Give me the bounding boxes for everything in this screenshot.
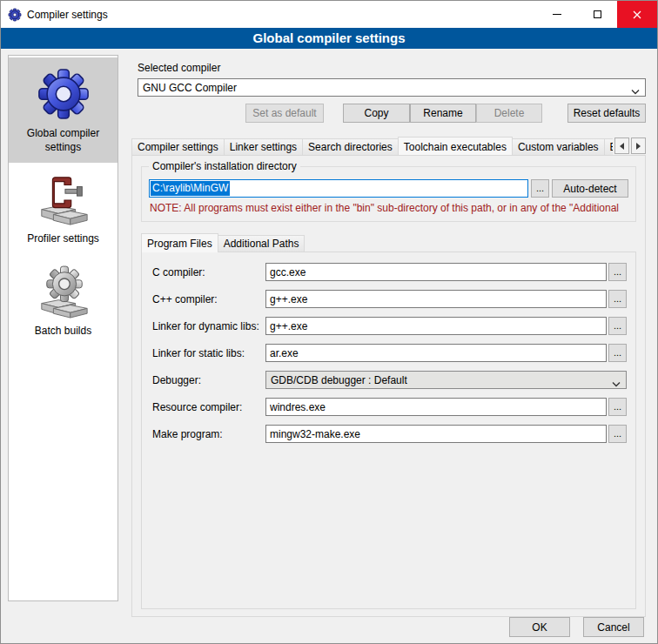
installation-directory-group: Compiler's installation directory C:\ray… <box>141 166 636 222</box>
form-row-make-program: Make program:... <box>152 425 627 443</box>
chevron-down-icon <box>612 378 621 390</box>
sidebar-item-batch-builds[interactable]: Batch builds <box>9 255 118 347</box>
maximize-button[interactable] <box>577 1 617 28</box>
installation-directory-input[interactable]: C:\raylib\MinGW <box>149 179 528 198</box>
tab-scroll-right-button[interactable] <box>631 138 646 154</box>
main-panel: Selected compiler GNU GCC Compiler Set a… <box>127 55 652 617</box>
sidebar-item-global-compiler-settings[interactable]: Global compiler settings <box>9 57 118 163</box>
c-compiler-input[interactable] <box>265 263 607 281</box>
field-label-linker-dynamic: Linker for dynamic libs: <box>152 320 265 332</box>
tab-scroll-controls <box>613 138 646 154</box>
sidebar-item-profiler-settings[interactable]: Profiler settings <box>9 163 118 255</box>
form-row-debugger: Debugger:GDB/CDB debugger : Default <box>152 371 627 389</box>
make-program-browse-button[interactable]: ... <box>608 425 627 443</box>
program-files-panel: C compiler:...C++ compiler:...Linker for… <box>141 252 636 609</box>
debugger-combobox[interactable]: GDB/CDB debugger : Default <box>265 371 627 389</box>
cpp-compiler-browse-button[interactable]: ... <box>608 290 627 308</box>
tab-scroll-left-button[interactable] <box>614 138 629 154</box>
selected-compiler-value: GNU GCC Compiler <box>143 82 237 94</box>
tabs-strip: Compiler settingsLinker settingsSearch d… <box>131 136 613 155</box>
auto-detect-button[interactable]: Auto-detect <box>552 179 628 198</box>
form-row-linker-dynamic: Linker for dynamic libs:... <box>152 317 627 335</box>
installation-directory-selected-text: C:\raylib\MinGW <box>151 181 230 196</box>
cancel-button[interactable]: Cancel <box>583 617 644 637</box>
minimize-button[interactable] <box>537 1 577 28</box>
maximize-icon <box>594 10 601 18</box>
sidebar: Global compiler settings Profiler settin… <box>8 55 118 601</box>
subtab-bar: Program FilesAdditional Paths <box>141 232 639 252</box>
form-row-resource-compiler: Resource compiler:... <box>152 398 627 416</box>
selected-compiler-combobox[interactable]: GNU GCC Compiler <box>138 78 646 97</box>
tab-custom-variables[interactable]: Custom variables <box>512 138 605 155</box>
toolchain-form: C compiler:...C++ compiler:...Linker for… <box>152 263 627 443</box>
compiler-settings-window: Compiler settings Global compiler settin… <box>0 0 658 644</box>
sidebar-item-label: Batch builds <box>35 325 91 339</box>
close-button[interactable] <box>617 1 657 28</box>
copy-button[interactable]: Copy <box>343 104 410 123</box>
minimize-icon <box>553 14 561 15</box>
form-row-linker-static: Linker for static libs:... <box>152 344 627 362</box>
installation-note: NOTE: All programs must exist either in … <box>150 202 628 214</box>
rename-button[interactable]: Rename <box>410 104 476 123</box>
tab-search-directories[interactable]: Search directories <box>302 138 399 155</box>
resource-compiler-browse-button[interactable]: ... <box>608 398 627 416</box>
field-label-linker-static: Linker for static libs: <box>152 347 265 359</box>
tab-bar: Compiler settingsLinker settingsSearch d… <box>131 136 646 155</box>
field-label-make-program: Make program: <box>152 428 265 440</box>
sidebar-item-label: Profiler settings <box>27 232 99 246</box>
resource-compiler-input[interactable] <box>265 398 607 416</box>
c-compiler-browse-button[interactable]: ... <box>608 263 627 281</box>
tab-build-options[interactable]: Buil <box>604 138 613 155</box>
field-label-c-compiler: C compiler: <box>152 266 265 278</box>
toolchain-executables-panel: Compiler's installation directory C:\ray… <box>131 155 646 617</box>
titlebar: Compiler settings <box>1 1 657 28</box>
reset-defaults-button[interactable]: Reset defaults <box>567 104 646 123</box>
app-icon <box>8 8 22 22</box>
compiler-button-row: Set as defaultCopyRenameDeleteReset defa… <box>127 104 652 123</box>
subtab-additional-paths[interactable]: Additional Paths <box>218 235 306 252</box>
form-row-c-compiler: C compiler:... <box>152 263 627 281</box>
form-row-cpp-compiler: C++ compiler:... <box>152 290 627 308</box>
chevron-down-icon <box>631 85 640 97</box>
installation-directory-browse-button[interactable]: ... <box>531 179 549 198</box>
gray-gear-bricks-icon <box>37 265 91 319</box>
linker-dynamic-input[interactable] <box>265 317 607 335</box>
tab-compiler-settings[interactable]: Compiler settings <box>131 138 225 155</box>
linker-dynamic-browse-button[interactable]: ... <box>608 317 627 335</box>
installation-directory-row: C:\raylib\MinGW ... Auto-detect <box>149 179 628 198</box>
debugger-selected-value: GDB/CDB debugger : Default <box>271 374 407 386</box>
tab-linker-settings[interactable]: Linker settings <box>224 138 303 155</box>
field-label-cpp-compiler: C++ compiler: <box>152 293 265 305</box>
delete-button: Delete <box>476 104 542 123</box>
linker-static-browse-button[interactable]: ... <box>608 344 627 362</box>
installation-directory-group-title: Compiler's installation directory <box>149 160 300 172</box>
profiler-clamp-icon <box>37 172 91 226</box>
subtab-program-files[interactable]: Program Files <box>141 233 218 252</box>
field-label-resource-compiler: Resource compiler: <box>152 401 265 413</box>
ok-button[interactable]: OK <box>509 617 570 637</box>
linker-static-input[interactable] <box>265 344 607 362</box>
page-title: Global compiler settings <box>1 28 657 49</box>
selected-compiler-label: Selected compiler <box>138 62 652 74</box>
blue-gear-icon <box>37 67 91 121</box>
sidebar-item-label: Global compiler settings <box>12 127 114 154</box>
tab-toolchain-executables[interactable]: Toolchain executables <box>398 137 513 155</box>
arrow-right-icon <box>636 143 641 150</box>
cpp-compiler-input[interactable] <box>265 290 607 308</box>
set-as-default-button: Set as default <box>245 104 324 123</box>
make-program-input[interactable] <box>265 425 607 443</box>
arrow-left-icon <box>620 143 624 150</box>
close-icon <box>633 10 641 19</box>
window-title: Compiler settings <box>27 9 108 21</box>
field-label-debugger: Debugger: <box>152 374 265 386</box>
